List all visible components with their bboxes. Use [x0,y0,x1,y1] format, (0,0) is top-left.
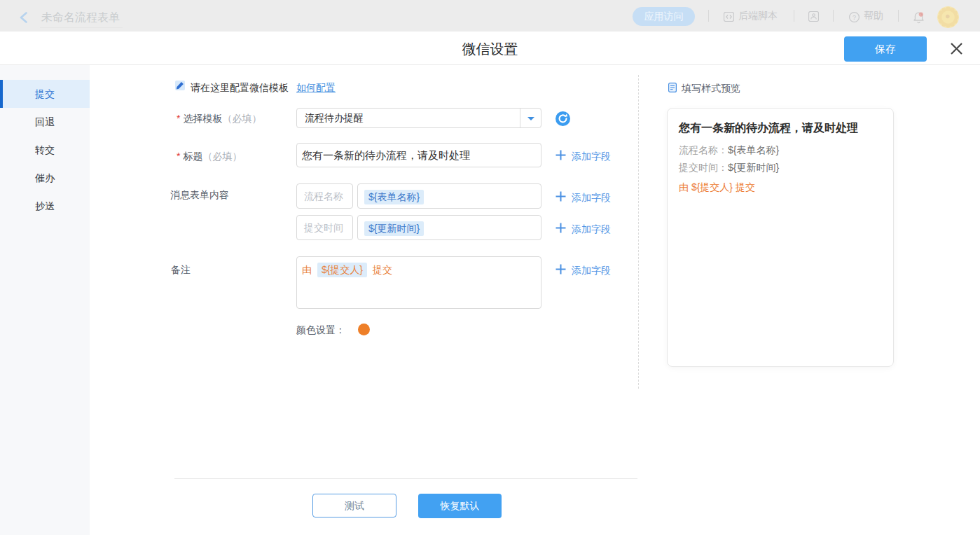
svg-text:?: ? [853,14,856,21]
